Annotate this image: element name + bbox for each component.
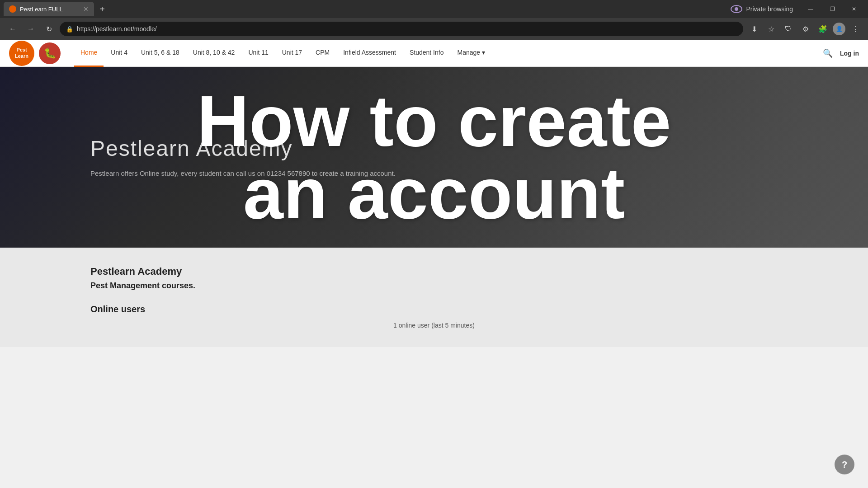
extensions-icon[interactable]: 🧩 [816, 22, 830, 36]
refresh-button[interactable]: ↻ [42, 22, 56, 36]
nav-item-unit5618[interactable]: Unit 5, 6 & 18 [135, 40, 186, 67]
url-bar[interactable]: 🔒 https://pestlearn.net/moodle/ [60, 22, 743, 36]
nav-item-infield[interactable]: Infield Assessment [337, 40, 402, 67]
bookmark-icon[interactable]: ☆ [764, 22, 778, 36]
new-tab-button[interactable]: + [96, 3, 108, 15]
url-text: https://pestlearn.net/moodle/ [77, 25, 157, 33]
active-tab[interactable]: PestLearn FULL ✕ [4, 2, 94, 16]
browser-chrome: PestLearn FULL ✕ + Private browsing — ❐ … [0, 0, 868, 40]
help-button[interactable]: ? [835, 455, 854, 474]
site-nav: PestLearn 🐛 Home Unit 4 Unit 5, 6 & 18 U… [0, 40, 868, 67]
settings-icon[interactable]: ⚙ [798, 22, 813, 36]
hero-title: Pestlearn Academy [90, 136, 778, 161]
hero-section: Pestlearn Academy Pestlearn offers Onlin… [0, 67, 868, 248]
nav-item-home[interactable]: Home [74, 40, 104, 67]
tab-title: PestLearn FULL [20, 6, 63, 13]
avatar-icon[interactable]: 👤 [833, 23, 845, 35]
site-description: Pest Management courses. [90, 281, 778, 291]
hero-content: Pestlearn Academy Pestlearn offers Onlin… [0, 67, 868, 248]
nav-item-unit81042[interactable]: Unit 8, 10 & 42 [187, 40, 241, 67]
toolbar-icons: ⬇ ☆ 🛡 ⚙ 🧩 👤 ⋮ [747, 22, 863, 36]
nav-item-studentinfo[interactable]: Student Info [403, 40, 450, 67]
window-controls: — ❐ ✕ [800, 2, 864, 16]
downloads-icon[interactable]: ⬇ [747, 22, 761, 36]
nav-item-unit4[interactable]: Unit 4 [104, 40, 134, 67]
login-button[interactable]: Log in [840, 50, 859, 57]
logo-pestlearn: PestLearn [9, 41, 34, 66]
tab-bar: PestLearn FULL ✕ + Private browsing — ❐ … [0, 0, 868, 18]
nav-item-manage[interactable]: Manage ▾ [451, 40, 491, 67]
shield-icon[interactable]: 🛡 [781, 22, 796, 36]
forward-button[interactable]: → [24, 22, 38, 36]
nav-right: 🔍 Log in [823, 48, 859, 58]
restore-button[interactable]: ❐ [822, 2, 843, 16]
nav-item-unit11[interactable]: Unit 11 [242, 40, 274, 67]
nav-item-cpm[interactable]: CPM [309, 40, 336, 67]
tab-favicon [9, 5, 16, 13]
tab-close-button[interactable]: ✕ [83, 5, 89, 13]
online-users-section: Online users 1 online user (last 5 minut… [90, 304, 778, 329]
back-button[interactable]: ← [5, 22, 20, 36]
nav-item-unit17[interactable]: Unit 17 [276, 40, 308, 67]
logo-bug-icon: 🐛 [39, 42, 61, 64]
address-bar: ← → ↻ 🔒 https://pestlearn.net/moodle/ ⬇ … [0, 18, 868, 40]
menu-icon[interactable]: ⋮ [848, 22, 863, 36]
site-content: PestLearn 🐛 Home Unit 4 Unit 5, 6 & 18 U… [0, 40, 868, 488]
close-window-button[interactable]: ✕ [844, 2, 864, 16]
hero-subtitle: Pestlearn offers Online study, every stu… [90, 168, 407, 179]
dropdown-chevron-icon: ▾ [482, 49, 485, 56]
private-browsing-label: Private browsing [746, 5, 793, 13]
svg-point-1 [735, 7, 738, 11]
private-browsing-badge: Private browsing [730, 5, 793, 14]
lock-icon: 🔒 [66, 26, 73, 33]
nav-menu: Home Unit 4 Unit 5, 6 & 18 Unit 8, 10 & … [74, 40, 491, 67]
minimize-button[interactable]: — [800, 2, 821, 16]
site-title: Pestlearn Academy [90, 266, 778, 277]
online-users-title: Online users [90, 304, 778, 314]
main-content: Pestlearn Academy Pest Management course… [0, 248, 868, 347]
nav-search-icon[interactable]: 🔍 [823, 48, 833, 58]
online-users-count: 1 online user (last 5 minutes) [90, 322, 778, 329]
site-logo[interactable]: PestLearn 🐛 [9, 41, 61, 66]
private-browsing-icon [730, 5, 743, 14]
